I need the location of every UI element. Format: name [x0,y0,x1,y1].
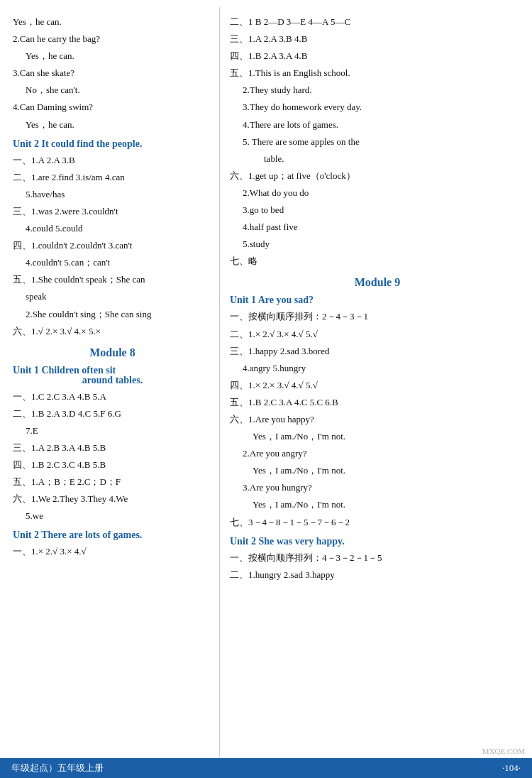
line: 三、1.was 2.were 3.couldn't [13,204,212,219]
line: 六、1.We 2.They 3.They 4.We [13,491,212,507]
line: 七、略 [230,253,525,269]
left-column: Yes，he can. 2.Can he carry the bag? Yes，… [0,7,220,757]
line: table. [230,151,525,167]
line: 一、1.A 2.A 3.B [13,153,212,168]
module7-sections: 二、1 B 2—D 3—E 4—A 5—C 三、1.A 2.A 3.B 4.B … [230,14,525,269]
line: Yes，I am./No，I'm not. [230,497,525,513]
unit1-m8-sections: 一、1.C 2.C 3.A 4.B 5.A 二、1.B 2.A 3.D 4.C … [13,389,212,525]
line: 3.Are you hungry? [230,480,525,495]
right-column: 二、1 B 2—D 3—E 4—A 5—C 三、1.A 2.A 3.B 4.B … [220,7,532,757]
bottom-bar: 年级起点）五年级上册 ·104· [0,758,532,778]
unit1-m9-sections: 一、按横向顺序排列：2－4－3－1 二、1.× 2.√ 3.× 4.√ 5.√ … [230,309,525,530]
intro-lines: Yes，he can. 2.Can he carry the bag? Yes，… [13,14,212,133]
line: 六、1.Are you happy? [230,412,525,427]
line: 六、1.get up；at five（o'clock） [230,168,525,184]
line: 4.angry 5.hungry [230,361,525,376]
line: 2.They study hard. [230,82,525,98]
line: 5.we [13,508,212,524]
line: 二、1.are 2.find 3.is/am 4.can [13,170,212,185]
line: 七、3－4－8－1－5－7－6－2 [230,515,525,530]
line: 2.What do you do [230,185,525,201]
line: 四、1.× 2.× 3.√ 4.√ 5.√ [230,378,525,393]
line: 二、1.hungry 2.sad 3.happy [230,567,525,583]
unit1-m9-title: Unit 1 Are you sad? [230,295,525,306]
line: 五、1.A；B；E 2.C；D；F [13,474,212,490]
line: 3.They do homework every day. [230,99,525,115]
unit2-sections: 一、1.A 2.A 3.B 二、1.are 2.find 3.is/am 4.c… [13,153,212,339]
line: 一、1.C 2.C 3.A 4.B 5.A [13,389,212,405]
line: No，she can't. [13,82,212,98]
line: 三、1.A 2.A 3.B 4.B [230,31,525,47]
line: 三、1.happy 2.sad 3.bored [230,344,525,359]
line: 4.There are lots of games. [230,117,525,133]
line: 四、1.B 2.A 3.A 4.B [230,48,525,64]
line: 二、1.× 2.√ 3.× 4.√ 5.√ [230,327,525,342]
line: Yes，I am./No，I'm not. [230,429,525,444]
unit2-m9-title: Unit 2 She was very happy. [230,536,525,547]
bottom-left-text: 年级起点）五年级上册 [11,762,104,774]
line: 2.Can he carry the bag? [13,31,212,47]
line: 4.could 5.could [13,221,212,236]
line: 一、按横向顺序排列：2－4－3－1 [230,309,525,324]
line: 四、1.B 2.C 3.C 4.B 5.B [13,457,212,473]
line: 5.study [230,236,525,252]
line: 五、1.B 2.C 3.A 4.C 5.C 6.B [230,395,525,410]
line: 一、1.× 2.√ 3.× 4.√ [13,544,212,559]
unit2-m8-title: Unit 2 There are lots of games. [13,530,212,541]
unit2-m8-sections: 一、1.× 2.√ 3.× 4.√ [13,544,212,559]
line: 一、按横向顺序排列：4－3－2－1－5 [230,550,525,566]
line: Yes，he can. [13,14,212,30]
line: 2.She couldn't sing；She can sing [13,307,212,322]
module9-title: Module 9 [230,276,525,289]
line: 四、1.couldn't 2.couldn't 3.can't [13,238,212,253]
unit2-title: Unit 2 It could find the people. [13,138,212,150]
line: speak [13,289,212,305]
page: Yes，he can. 2.Can he carry the bag? Yes，… [0,0,532,778]
line: 五、1.This is an English school. [230,65,525,81]
line: 5. There are some apples on the [230,134,525,150]
watermark: MXQE.COM [482,747,525,755]
line: Yes，he can. [13,117,212,133]
line: 二、1.B 2.A 3.D 4.C 5.F 6.G [13,406,212,422]
line: Yes，he can. [13,48,212,64]
line: 5.have/has [13,187,212,202]
line: 三、1.A 2.B 3.A 4.B 5.B [13,440,212,456]
line: 五、1.She couldn't speak；She can [13,272,212,287]
line: 7.E [13,423,212,439]
line: 4.Can Daming swim? [13,99,212,115]
line: 4.couldn't 5.can；can't [13,255,212,270]
line: Yes，I am./No，I'm not. [230,463,525,478]
line: 二、1 B 2—D 3—E 4—A 5—C [230,14,525,30]
line: 4.half past five [230,219,525,235]
page-number: ·104· [502,762,521,774]
unit2-m9-sections: 一、按横向顺序排列：4－3－2－1－5 二、1.hungry 2.sad 3.h… [230,550,525,583]
line: 六、1.√ 2.× 3.√ 4.× 5.× [13,324,212,339]
watermark-site: MXQE.COM [482,747,525,755]
line: 3.go to bed [230,202,525,218]
unit1-m8-subtitle: around tables. [13,375,212,386]
line: 2.Are you angry? [230,446,525,461]
line: 3.Can she skate? [13,65,212,81]
module8-title: Module 8 [13,346,212,359]
